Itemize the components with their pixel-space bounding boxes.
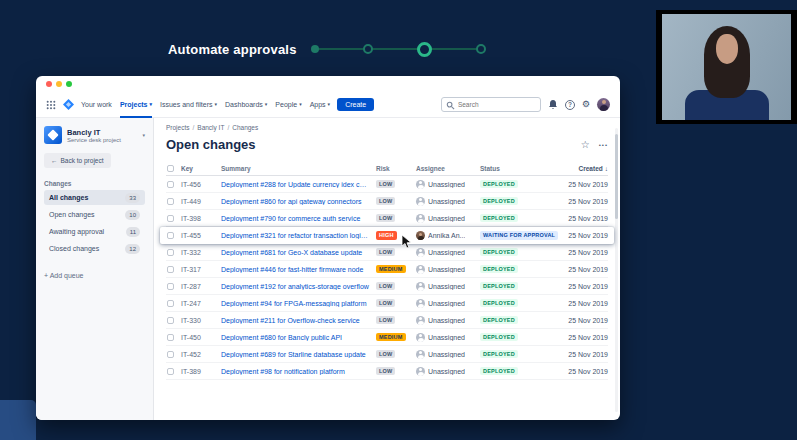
search-input[interactable]: [458, 101, 536, 108]
unassigned-avatar-icon: [416, 316, 425, 325]
summary-cell: Deployment #681 for Geo-X database updat…: [221, 249, 376, 256]
back-to-project-button[interactable]: ← Back to project: [44, 153, 111, 168]
issue-link[interactable]: Deployment #94 for FPGA-messaging platfo…: [221, 300, 370, 307]
table-row[interactable]: IT-287Deployment #192 for analytics-stor…: [166, 278, 608, 295]
risk-cell: LOW: [376, 350, 416, 359]
col-assignee[interactable]: Assignee: [416, 165, 480, 172]
table-row[interactable]: IT-247Deployment #94 for FPGA-messaging …: [166, 295, 608, 312]
breadcrumb-separator: /: [192, 124, 194, 131]
stepper-track: [311, 40, 486, 58]
project-header[interactable]: Bancly IT Service desk project ▾: [44, 126, 145, 144]
issue-link[interactable]: Deployment #98 for notification platform: [221, 368, 370, 375]
issue-link[interactable]: Deployment #860 for api gateway connecto…: [221, 198, 370, 205]
table-row[interactable]: IT-332Deployment #681 for Geo-X database…: [166, 244, 608, 261]
sidebar-item-awaiting-approval[interactable]: Awaiting approval11: [44, 224, 145, 239]
search-box[interactable]: [441, 97, 541, 112]
table-row[interactable]: IT-455Deployment #321 for refactor trans…: [160, 227, 614, 244]
stepper-dot-2: [363, 44, 373, 54]
issue-key: IT-330: [181, 317, 221, 324]
window-minimize-button[interactable]: [56, 81, 62, 87]
nav-item-dashboards[interactable]: Dashboards▾: [225, 92, 267, 118]
col-risk[interactable]: Risk: [376, 165, 416, 172]
col-summary[interactable]: Summary: [221, 165, 376, 172]
star-icon[interactable]: ☆: [581, 139, 590, 150]
scrollbar-track[interactable]: [615, 128, 618, 412]
assignee-name: Unassigned: [428, 181, 465, 188]
nav-item-people[interactable]: People▾: [275, 92, 301, 118]
row-checkbox[interactable]: [167, 283, 174, 290]
help-icon[interactable]: ?: [565, 100, 575, 110]
notifications-bell-icon[interactable]: [548, 96, 558, 114]
table-row[interactable]: IT-398Deployment #790 for commerce auth …: [166, 210, 608, 227]
col-key[interactable]: Key: [181, 165, 221, 172]
window-content: Bancly IT Service desk project ▾ ← Back …: [36, 118, 620, 420]
issue-link[interactable]: Deployment #321 for refactor transaction…: [221, 232, 370, 239]
unassigned-avatar-icon: [416, 197, 425, 206]
risk-cell: LOW: [376, 316, 416, 325]
issue-link[interactable]: Deployment #680 for Bancly public API: [221, 334, 370, 341]
issue-link[interactable]: Deployment #689 for Starline database up…: [221, 351, 370, 358]
scrollbar-thumb[interactable]: [615, 134, 618, 219]
summary-cell: Deployment #192 for analytics-storage ov…: [221, 283, 376, 290]
chevron-down-icon: ▾: [328, 102, 331, 107]
nav-item-apps[interactable]: Apps▾: [310, 92, 330, 118]
title-actions: ☆ •••: [581, 139, 608, 150]
nav-item-label: Dashboards: [225, 101, 263, 108]
navbar-right: ? ⚙: [441, 96, 610, 114]
more-actions-icon[interactable]: •••: [599, 142, 608, 148]
breadcrumb-item[interactable]: Changes: [232, 124, 258, 131]
project-text: Bancly IT Service desk project: [67, 128, 137, 143]
table-row[interactable]: IT-389Deployment #98 for notification pl…: [166, 363, 608, 380]
row-checkbox[interactable]: [167, 368, 174, 375]
user-avatar[interactable]: [597, 98, 610, 111]
row-checkbox[interactable]: [167, 249, 174, 256]
sidebar-item-all-changes[interactable]: All changes33: [44, 190, 145, 205]
table-row[interactable]: IT-449Deployment #860 for api gateway co…: [166, 193, 608, 210]
table-row[interactable]: IT-456Deployment #288 for Update currenc…: [166, 176, 608, 193]
status-badge: DEPLOYED: [480, 248, 518, 257]
chevron-down-icon[interactable]: ▾: [142, 132, 145, 138]
assignee-cell: Annika An...: [416, 231, 480, 240]
col-created[interactable]: Created↓: [560, 165, 608, 172]
row-checkbox[interactable]: [167, 215, 174, 222]
table-row[interactable]: IT-317Deployment #446 for fast-hitter fi…: [166, 261, 608, 278]
nav-links: Your workProjects▾Issues and filters▾Das…: [81, 92, 330, 118]
app-switcher-icon[interactable]: [46, 96, 56, 114]
unassigned-avatar-icon: [416, 180, 425, 189]
breadcrumb-item[interactable]: Projects: [166, 124, 189, 131]
window-zoom-button[interactable]: [66, 81, 72, 87]
row-checkbox[interactable]: [167, 181, 174, 188]
issue-link[interactable]: Deployment #790 for commerce auth servic…: [221, 215, 370, 222]
issue-link[interactable]: Deployment #446 for fast-hitter firmware…: [221, 266, 370, 273]
row-checkbox[interactable]: [167, 198, 174, 205]
nav-item-issues-and-filters[interactable]: Issues and filters▾: [160, 92, 217, 118]
add-queue-button[interactable]: + Add queue: [44, 272, 145, 279]
row-checkbox[interactable]: [167, 300, 174, 307]
col-status[interactable]: Status: [480, 165, 560, 172]
settings-gear-icon[interactable]: ⚙: [582, 100, 590, 109]
unassigned-avatar-icon: [416, 282, 425, 291]
nav-item-your-work[interactable]: Your work: [81, 92, 112, 118]
create-button[interactable]: Create: [337, 98, 374, 111]
summary-cell: Deployment #790 for commerce auth servic…: [221, 215, 376, 222]
issue-link[interactable]: Deployment #288 for Update currency idex…: [221, 181, 370, 188]
breadcrumb-item[interactable]: Bancly IT: [197, 124, 224, 131]
unassigned-avatar-icon: [416, 350, 425, 359]
sidebar-item-open-changes[interactable]: Open changes10: [44, 207, 145, 222]
window-close-button[interactable]: [46, 81, 52, 87]
table-row[interactable]: IT-450Deployment #680 for Bancly public …: [166, 329, 608, 346]
nav-item-projects[interactable]: Projects▾: [120, 92, 152, 118]
row-checkbox[interactable]: [167, 351, 174, 358]
row-checkbox[interactable]: [167, 334, 174, 341]
row-checkbox[interactable]: [167, 232, 174, 239]
table-row[interactable]: IT-452Deployment #689 for Starline datab…: [166, 346, 608, 363]
issue-link[interactable]: Deployment #681 for Geo-X database updat…: [221, 249, 370, 256]
table-row[interactable]: IT-330Deployment #211 for Overflow-check…: [166, 312, 608, 329]
issue-link[interactable]: Deployment #192 for analytics-storage ov…: [221, 283, 370, 290]
select-all-checkbox[interactable]: [167, 165, 174, 172]
sidebar-item-closed-changes[interactable]: Closed changes12: [44, 241, 145, 256]
issue-link[interactable]: Deployment #211 for Overflow-check servi…: [221, 317, 370, 324]
row-checkbox[interactable]: [167, 317, 174, 324]
row-checkbox[interactable]: [167, 266, 174, 273]
jira-logo-icon[interactable]: [63, 96, 74, 114]
